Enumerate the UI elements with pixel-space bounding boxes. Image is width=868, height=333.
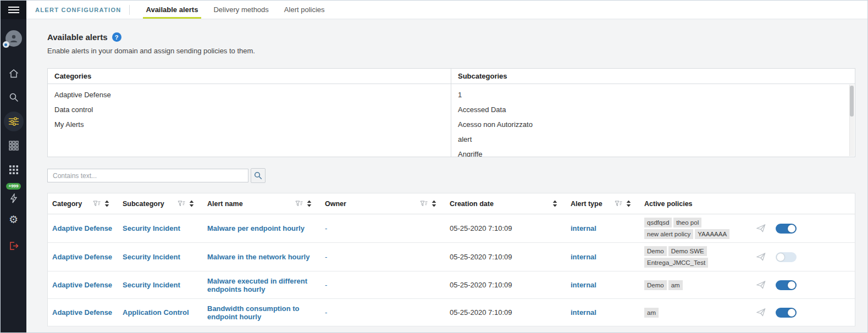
cell-creation-date: 05-25-2020 7:10:09: [450, 249, 571, 264]
sidebar-item-modules[interactable]: [1, 158, 26, 182]
cell-alert-name[interactable]: Malware in the network hourly: [207, 249, 325, 264]
content: Available alerts ? Enable alerts in your…: [26, 19, 867, 332]
sort-icon[interactable]: [626, 200, 631, 207]
subcategory-item[interactable]: Acesso non Autorizzato: [451, 117, 855, 132]
filter-icon[interactable]: [178, 201, 185, 207]
filter-icon[interactable]: [420, 201, 428, 207]
search-button[interactable]: [251, 168, 266, 183]
subcategory-item[interactable]: Angriffe: [451, 147, 855, 157]
table-header: Category Subcategory: [48, 193, 855, 214]
gear-icon: ⚙: [9, 214, 18, 225]
logout-button[interactable]: [1, 234, 26, 258]
sidebar-item-home[interactable]: [1, 61, 26, 85]
page-head: Available alerts ?: [47, 32, 855, 42]
sliders-icon: [9, 117, 19, 126]
sort-icon[interactable]: [307, 200, 312, 207]
subcategory-item[interactable]: alert: [451, 132, 855, 147]
subcategory-item[interactable]: 1: [451, 87, 855, 102]
scrollbar-thumb[interactable]: [850, 86, 854, 116]
alert-enabled-toggle[interactable]: [776, 252, 797, 262]
search-icon: [9, 92, 19, 102]
search-row: [47, 168, 855, 183]
topbar-divider: [129, 5, 130, 15]
sort-icon[interactable]: [189, 200, 194, 207]
cell-alert-name[interactable]: Malware per endpoint hourly: [207, 221, 325, 236]
send-test-alert-button[interactable]: [751, 305, 776, 320]
category-item[interactable]: Adaptive Defense: [48, 87, 451, 102]
alert-enabled-toggle[interactable]: [776, 308, 797, 318]
cell-active-policies: Demo Demo SWE Entrega_JMCC_Test: [644, 243, 751, 271]
sort-icon[interactable]: [432, 200, 436, 207]
col-creation-date: Creation date: [450, 200, 571, 208]
hamburger-menu-button[interactable]: [1, 1, 26, 19]
send-test-alert-button[interactable]: [751, 221, 776, 236]
cell-category[interactable]: Adaptive Defense: [52, 305, 123, 320]
toggle-knob: [788, 281, 795, 289]
home-icon: [9, 69, 19, 78]
paper-plane-icon: [756, 308, 766, 317]
cell-category[interactable]: Adaptive Defense: [52, 249, 123, 264]
avatar-status-badge: [3, 41, 9, 48]
cell-creation-date: 05-25-2020 7:10:09: [450, 305, 571, 320]
policy-tag: new alert policy: [644, 229, 693, 239]
send-test-alert-button[interactable]: [751, 249, 776, 264]
table-row: Adaptive Defense Security Incident Malwa…: [48, 243, 855, 271]
category-item[interactable]: My Alerts: [48, 117, 451, 132]
sidebar-item-settings[interactable]: ⚙: [1, 207, 26, 231]
policy-tag: YAAAAAA: [695, 229, 729, 239]
paper-plane-icon: [756, 281, 766, 289]
filter-icon[interactable]: [615, 201, 622, 207]
table-row: Adaptive Defense Application Control Ban…: [48, 299, 855, 326]
page-subtitle: Enable alerts in your domain and assign …: [47, 47, 855, 55]
sort-icon[interactable]: [104, 200, 109, 207]
tab-delivery-methods[interactable]: Delivery methods: [206, 1, 276, 19]
cell-alert-type: internal: [571, 305, 644, 320]
page-title: Available alerts: [47, 32, 108, 42]
filter-icon[interactable]: [295, 201, 303, 207]
notifications-badge[interactable]: +999: [6, 183, 20, 190]
cell-subcategory[interactable]: Security Incident: [123, 221, 207, 236]
cell-subcategory[interactable]: Security Incident: [123, 278, 207, 292]
sidebar-item-search[interactable]: [1, 85, 26, 109]
tab-bar: Available alerts Delivery methods Alert …: [139, 1, 333, 19]
cell-active-policies: am: [644, 304, 751, 321]
search-input[interactable]: [47, 169, 248, 182]
alert-enabled-toggle[interactable]: [776, 280, 797, 290]
alert-enabled-toggle[interactable]: [776, 224, 797, 234]
cell-owner: -: [325, 249, 450, 264]
search-icon: [254, 171, 262, 180]
cell-subcategory[interactable]: Application Control: [123, 305, 207, 320]
subcategory-item[interactable]: Accessed Data: [451, 102, 855, 117]
col-category: Category: [52, 200, 123, 208]
cell-alert-name[interactable]: Malware executed in different endpoints …: [207, 274, 325, 297]
cell-creation-date: 05-25-2020 7:10:09: [450, 278, 571, 292]
cell-owner: -: [325, 221, 450, 236]
subcategories-scrollbar[interactable]: [849, 85, 854, 156]
avatar[interactable]: [5, 30, 22, 47]
category-item[interactable]: Data control: [48, 102, 451, 117]
sidebar-item-activity[interactable]: [1, 190, 26, 207]
send-test-alert-button[interactable]: [751, 278, 776, 292]
sort-icon[interactable]: [552, 200, 557, 207]
col-alert-type: Alert type: [571, 200, 644, 208]
sidebar: +999 ⚙: [1, 1, 26, 332]
main-area: ALERT CONFIGURATION Available alerts Del…: [26, 1, 867, 332]
sidebar-nav: +999 ⚙: [1, 61, 26, 258]
logout-icon: [9, 241, 19, 251]
cell-alert-type: internal: [571, 221, 644, 236]
toggle-knob: [777, 253, 784, 261]
cell-alert-name[interactable]: Bandwidth consumption to endpoint hourly: [207, 301, 325, 324]
topbar: ALERT CONFIGURATION Available alerts Del…: [26, 1, 867, 19]
sidebar-item-apps[interactable]: [1, 134, 26, 158]
cell-owner: -: [325, 278, 450, 292]
cell-subcategory[interactable]: Security Incident: [123, 249, 207, 264]
toggle-knob: [788, 309, 795, 317]
help-icon[interactable]: ?: [112, 32, 121, 42]
tab-alert-policies[interactable]: Alert policies: [277, 1, 333, 19]
tab-available-alerts[interactable]: Available alerts: [139, 1, 206, 19]
cell-category[interactable]: Adaptive Defense: [52, 221, 123, 236]
filter-icon[interactable]: [93, 201, 101, 207]
sidebar-item-alert-configuration[interactable]: [1, 109, 26, 134]
policy-tag: Demo SWE: [668, 246, 707, 256]
cell-category[interactable]: Adaptive Defense: [52, 278, 123, 292]
